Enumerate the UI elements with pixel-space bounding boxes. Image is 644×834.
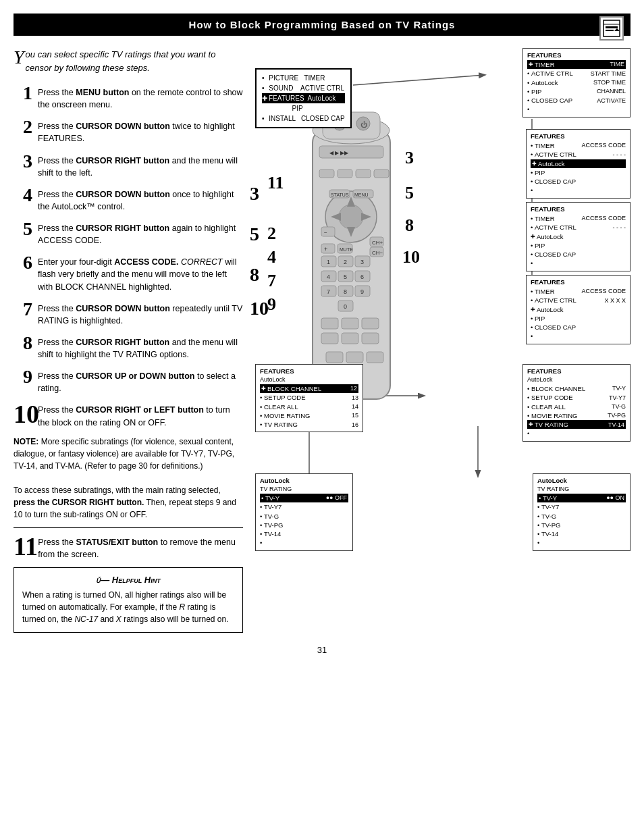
panel-row-active-ctrl-2: • ACTIVE CTRL- - - - bbox=[531, 150, 626, 159]
panel-row-timer-3: • TIMERACCESS CODE bbox=[531, 214, 626, 223]
diag-float-2: 2 bbox=[267, 224, 276, 244]
svg-text:CH−: CH− bbox=[372, 250, 383, 256]
panel-features-1: FEATURES ✚TIMERTIME • ACTIVE CTRLSTART T… bbox=[522, 48, 630, 118]
page-num-text: 31 bbox=[317, 645, 327, 655]
svg-text:−: − bbox=[324, 230, 327, 236]
diag-step-10: 10 bbox=[250, 298, 269, 319]
svg-text:3: 3 bbox=[360, 259, 364, 265]
mmb-row-install: • INSTALL CLOSED CAP bbox=[262, 113, 345, 124]
panel-row-closed-cap-4: • CLOSED CAP bbox=[531, 323, 626, 332]
panel-row-tv-rating: • TV RATING16 bbox=[260, 420, 358, 429]
diag-float-11: 11 bbox=[267, 173, 284, 193]
panel-row-bullet-4: • bbox=[531, 332, 626, 340]
panel-features-2: FEATURES • TIMERACCESS CODE • ACTIVE CTR… bbox=[526, 129, 630, 199]
step-7: 7 Press the CURSOR DOWN button repeatedl… bbox=[14, 300, 243, 327]
diag-step-5: 5 bbox=[250, 224, 259, 245]
diag-step-8: 8 bbox=[250, 264, 259, 286]
svg-rect-20 bbox=[319, 170, 334, 178]
panel-row-closed-cap-1: • CLOSED CAPACTIVATE bbox=[527, 96, 626, 105]
svg-rect-58 bbox=[342, 333, 358, 344]
page-header: How to Block Programming Based on TV Rat… bbox=[14, 14, 630, 36]
page-number: 31 bbox=[14, 645, 630, 655]
panel-row-tvy-on-hl: • TV-Y ●● ON bbox=[537, 494, 626, 502]
svg-rect-23 bbox=[374, 170, 389, 178]
svg-rect-46 bbox=[321, 227, 335, 236]
svg-text:7: 7 bbox=[327, 288, 330, 295]
svg-text:MENU: MENU bbox=[354, 192, 369, 197]
step-num-6: 6 bbox=[14, 253, 32, 272]
step-text-8: Press the CURSOR RIGHT button and the me… bbox=[38, 334, 243, 361]
step-num-2: 2 bbox=[14, 118, 32, 136]
panel-row-tv-rating-hl: ✚TV RATINGTV-14 bbox=[527, 420, 626, 429]
svg-line-67 bbox=[353, 75, 485, 85]
helpful-hint-box: ǔ— Helpful Hint When a rating is turned … bbox=[14, 567, 243, 633]
mmb-row-pip: PIP bbox=[262, 103, 345, 113]
intro-text: You can select specific TV ratings that … bbox=[14, 48, 243, 74]
panel-row-block-channel-hl: ✚BLOCK CHANNEL12 bbox=[260, 384, 358, 393]
svg-rect-55 bbox=[342, 318, 358, 329]
step-num-1: 1 bbox=[14, 84, 32, 103]
step-4: 4 Press the CURSOR DOWN button once to h… bbox=[14, 186, 243, 213]
panel-row-tv14-on: • TV-14 bbox=[537, 529, 626, 538]
svg-marker-4 bbox=[614, 28, 620, 31]
svg-text:⏻: ⏻ bbox=[360, 121, 367, 128]
step-1: 1 Press the MENU button on the remote co… bbox=[14, 84, 243, 111]
diag-float-7: 7 bbox=[267, 271, 276, 291]
panel-row-clear-all-2: • CLEAR ALLTV-G bbox=[527, 402, 626, 411]
panel-row-setup-code-2: • SETUP CODETV-Y7 bbox=[527, 393, 626, 402]
hint-text: When a rating is turned ON, all higher r… bbox=[22, 589, 234, 625]
panel-row-timer-4: • TIMERACCESS CODE bbox=[531, 287, 626, 296]
step-text-11: Press the STATUS/EXIT button to remove t… bbox=[38, 533, 243, 561]
step-10: 10 Press the CURSOR RIGHT or LEFT button… bbox=[14, 401, 243, 428]
panel-row-clear-all: • CLEAR ALL14 bbox=[260, 402, 358, 411]
svg-rect-2 bbox=[606, 26, 618, 28]
intro-body: ou can select specific TV ratings that y… bbox=[26, 49, 216, 73]
panel-row-bullet-on: • bbox=[537, 538, 626, 547]
panel-row-closed-cap-3: • CLOSED CAP bbox=[531, 250, 626, 259]
panel-tvrating-subtitle-2: TV RATING bbox=[537, 486, 626, 492]
panel-row-bullet-2: • bbox=[531, 186, 626, 194]
panel-row-bullet-off: • bbox=[260, 538, 348, 547]
panel-row-movie-rating: • MOVIE RATING15 bbox=[260, 411, 358, 420]
diag-float-9: 9 bbox=[267, 294, 276, 315]
svg-text:9: 9 bbox=[360, 288, 364, 295]
svg-rect-54 bbox=[321, 318, 338, 329]
svg-rect-44 bbox=[321, 244, 335, 253]
step-text-10: Press the CURSOR RIGHT or LEFT button to… bbox=[38, 401, 243, 428]
svg-text:◀ ▶ ▶▶: ◀ ▶ ▶▶ bbox=[329, 150, 349, 156]
panel-row-active-ctrl-1: • ACTIVE CTRLSTART TIME bbox=[527, 69, 626, 78]
svg-text:1: 1 bbox=[327, 259, 330, 265]
panel-row-block-channel-2: • BLOCK CHANNELTV-Y bbox=[527, 384, 626, 393]
mmb-row-picture: • PICTURE TIMER bbox=[262, 73, 345, 83]
diagram-area: • PICTURE TIMER • SOUND ACTIVE CTRL ✚FEA… bbox=[255, 48, 630, 588]
panel-row-tvpg-on: • TV-PG bbox=[537, 521, 626, 529]
svg-rect-57 bbox=[321, 333, 338, 344]
step-text-4: Press the CURSOR DOWN button once to hig… bbox=[38, 186, 243, 213]
panel-row-tvy-off-hl: • TV-Y ●● OFF bbox=[260, 494, 348, 502]
svg-text:4: 4 bbox=[327, 273, 330, 280]
left-column: You can select specific TV ratings that … bbox=[14, 48, 243, 633]
note-section: NOTE: More specific subratings (for viol… bbox=[14, 436, 243, 521]
panel-row-timer-hl: ✚TIMERTIME bbox=[527, 60, 626, 69]
step-num-8: 8 bbox=[14, 334, 32, 353]
svg-text:5: 5 bbox=[344, 273, 347, 280]
panel-row-autolock-4: ✚AutoLock bbox=[531, 305, 626, 314]
svg-rect-61 bbox=[346, 352, 363, 363]
mmb-row-sound: • SOUND ACTIVE CTRL bbox=[262, 83, 345, 93]
step-11: 11 Press the STATUS/EXIT button to remov… bbox=[14, 533, 243, 561]
panel-autolock-block: FEATURES AutoLock ✚BLOCK CHANNEL12 • SET… bbox=[255, 364, 363, 432]
panel-row-tvy7-off: • TV-Y7 bbox=[260, 502, 348, 511]
svg-rect-59 bbox=[362, 333, 379, 344]
panel-row-autolock-3: ✚AutoLock bbox=[531, 232, 626, 241]
panel-row-timer-2: • TIMERACCESS CODE bbox=[531, 141, 626, 150]
header-icon bbox=[599, 16, 624, 41]
panel-tvrating-subtitle: TV RATING bbox=[260, 486, 348, 492]
panel-tvrating-on: AutoLock TV RATING • TV-Y ●● ON • TV-Y7 … bbox=[533, 473, 630, 551]
panel-row-tvy7-on: • TV-Y7 bbox=[537, 502, 626, 511]
svg-rect-21 bbox=[338, 170, 352, 178]
panel-row-tvpg-off: • TV-PG bbox=[260, 521, 348, 529]
step-num-10: 10 bbox=[14, 401, 32, 427]
diag-step-3: 3 bbox=[250, 183, 259, 205]
step-num-5: 5 bbox=[14, 219, 32, 238]
panel-row-bullet-3: • bbox=[531, 259, 626, 267]
